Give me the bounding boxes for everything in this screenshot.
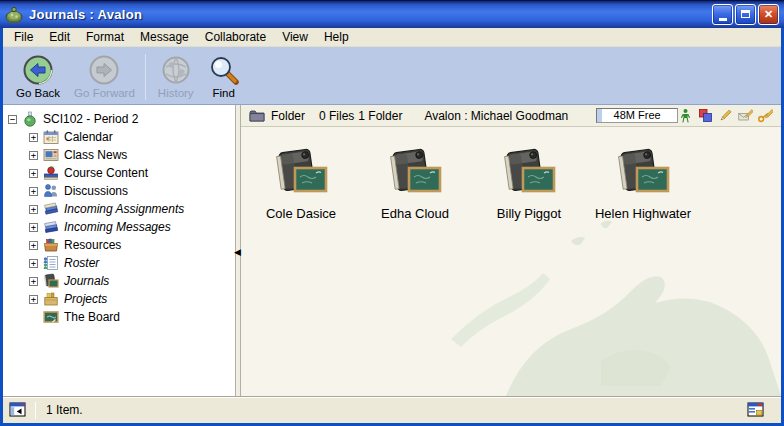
expand-box-icon[interactable]: + [29, 187, 38, 196]
chalkboard-icon [43, 309, 60, 325]
messages-icon [43, 219, 60, 235]
expand-box-icon[interactable]: + [29, 151, 38, 160]
tree-item-label: Roster [64, 256, 99, 270]
journal-item-edha-cloud[interactable]: Edha Cloud [363, 147, 467, 221]
folder-label: Folder [271, 109, 305, 123]
pencil-icon[interactable] [718, 108, 733, 123]
tree-item-journals[interactable]: +Journals [3, 272, 235, 290]
used-space-bar [597, 109, 602, 122]
projects-icon [43, 291, 60, 307]
server-account-label: Avalon : Michael Goodman [424, 109, 568, 123]
toggle-right-panel-icon[interactable] [747, 401, 765, 419]
collapse-left-arrow-icon[interactable]: ◀ [234, 247, 241, 257]
toolbar-button-label: History [158, 87, 194, 99]
tree-item-label: SCI102 - Period 2 [43, 112, 138, 126]
tree-item-the-board[interactable]: The Board [3, 308, 235, 326]
files-count: 0 Files [319, 109, 354, 123]
expand-box-icon[interactable]: + [29, 223, 38, 232]
tree-item-resources[interactable]: +Resources [3, 236, 235, 254]
expand-box-icon[interactable]: + [29, 133, 38, 142]
menu-bar: FileEditFormatMessageCollaborateViewHelp [3, 28, 781, 47]
expand-box-icon[interactable]: + [29, 295, 38, 304]
expand-box-icon[interactable]: + [29, 205, 38, 214]
folders-count: 1 Folder [358, 109, 402, 123]
menu-item-help[interactable]: Help [316, 28, 357, 46]
discussions-icon [43, 183, 60, 199]
toolbar: Go BackGo ForwardHistoryFind [3, 47, 781, 105]
tree-item-label: Incoming Assignments [64, 202, 184, 216]
toggle-left-panel-icon[interactable] [9, 401, 27, 419]
content-panel: Folder 0 Files 1 Folder Avalon : Michael… [241, 105, 781, 396]
menu-item-view[interactable]: View [274, 28, 316, 46]
assignments-icon [43, 201, 60, 217]
go-back-button[interactable]: Go Back [9, 51, 67, 101]
tree-item-label: Calendar [64, 130, 113, 144]
journal-name-label: Helen Highwater [595, 206, 691, 221]
tree-item-incoming-assignments[interactable]: +Incoming Assignments [3, 200, 235, 218]
go-forward-button[interactable]: Go Forward [67, 51, 142, 101]
menu-item-format[interactable]: Format [78, 28, 132, 46]
menu-item-edit[interactable]: Edit [41, 28, 78, 46]
close-button[interactable]: ✕ [758, 4, 779, 25]
journal-book-icon [386, 147, 444, 201]
calendar-icon [43, 129, 60, 145]
header-action-icons [678, 108, 773, 123]
status-bar: 1 Item. [3, 396, 781, 423]
course-tree-panel: −SCI102 - Period 2+Calendar+Class News+C… [3, 105, 235, 396]
turtle-app-icon [4, 5, 24, 25]
tree-item-label: Resources [64, 238, 121, 252]
compose-mail-icon[interactable] [738, 108, 753, 123]
roster-icon [43, 255, 60, 271]
tree-item-class-news[interactable]: +Class News [3, 146, 235, 164]
collapse-box-icon[interactable]: − [8, 115, 17, 124]
tree-item-projects[interactable]: +Projects [3, 290, 235, 308]
journal-name-label: Edha Cloud [381, 206, 449, 221]
tree-item-incoming-messages[interactable]: +Incoming Messages [3, 218, 235, 236]
item-count-label: 1 Item. [46, 403, 83, 417]
history-globe-icon [160, 54, 192, 86]
tree-item-calendar[interactable]: +Calendar [3, 128, 235, 146]
history-button[interactable]: History [151, 51, 201, 101]
free-space-meter: 48M Free [596, 108, 678, 123]
journal-item-helen-highwater[interactable]: Helen Highwater [591, 147, 695, 221]
tree-item-roster[interactable]: +Roster [3, 254, 235, 272]
tree-item-label: Class News [64, 148, 127, 162]
expand-box-icon[interactable]: + [29, 169, 38, 178]
find-magnifier-icon [208, 54, 240, 86]
tree-item-sci102-period-2[interactable]: −SCI102 - Period 2 [3, 110, 235, 128]
expand-box-icon[interactable]: + [29, 259, 38, 268]
toolbar-button-label: Go Back [16, 87, 60, 99]
tree-item-label: The Board [64, 310, 120, 324]
class-news-icon [43, 147, 60, 163]
menu-item-file[interactable]: File [6, 28, 41, 46]
map-watermark [451, 211, 781, 396]
find-button[interactable]: Find [201, 51, 247, 101]
journal-list-area: Cole DasiceEdha CloudBilly PiggotHelen H… [241, 127, 781, 396]
maximize-button[interactable] [735, 4, 756, 25]
tree-item-label: Journals [64, 274, 109, 288]
journal-item-cole-dasice[interactable]: Cole Dasice [249, 147, 353, 221]
title-bar[interactable]: Journals : Avalon ✕ [0, 0, 784, 28]
tree-item-label: Discussions [64, 184, 128, 198]
menu-item-collaborate[interactable]: Collaborate [197, 28, 274, 46]
tree-item-course-content[interactable]: +Course Content [3, 164, 235, 182]
minimize-button[interactable] [712, 4, 733, 25]
free-space-label: 48M Free [614, 109, 661, 121]
person-icon[interactable] [678, 108, 693, 123]
menu-item-message[interactable]: Message [132, 28, 197, 46]
expand-box-icon[interactable]: + [29, 277, 38, 286]
journal-book-icon [500, 147, 558, 201]
layers-icon[interactable] [698, 108, 713, 123]
flask-icon [22, 111, 39, 127]
tree-item-label: Incoming Messages [64, 220, 171, 234]
folder-icon [249, 109, 265, 122]
status-separator [35, 402, 36, 419]
tree-item-discussions[interactable]: +Discussions [3, 182, 235, 200]
resources-icon [43, 237, 60, 253]
folder-info-bar: Folder 0 Files 1 Folder Avalon : Michael… [241, 105, 781, 127]
tree-item-label: Course Content [64, 166, 148, 180]
journal-item-billy-piggot[interactable]: Billy Piggot [477, 147, 581, 221]
toolbar-button-label: Go Forward [74, 87, 135, 99]
key-pencil-icon[interactable] [758, 108, 773, 123]
expand-box-icon[interactable]: + [29, 241, 38, 250]
